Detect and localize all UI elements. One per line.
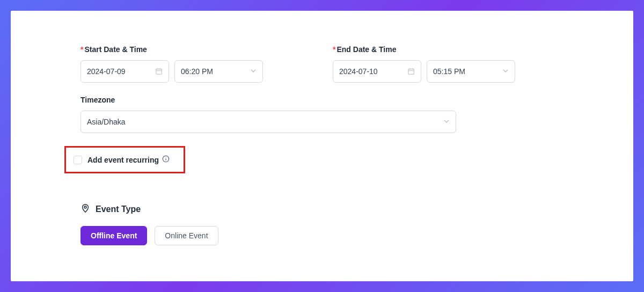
start-time-input[interactable]: 06:20 PM [174, 60, 263, 83]
timezone-value: Asia/Dhaka [87, 118, 126, 126]
event-type-buttons: Offline Event Online Event [80, 226, 564, 245]
calendar-icon [407, 68, 415, 75]
start-label-text: Start Date & Time [84, 45, 147, 54]
location-pin-icon [80, 203, 90, 215]
event-type-heading: Event Type [80, 203, 564, 215]
timezone-select[interactable]: Asia/Dhaka [80, 111, 456, 133]
end-label: *End Date & Time [333, 45, 564, 54]
start-datetime-group: *Start Date & Time 2024-07-09 06:20 PM [80, 45, 311, 83]
required-asterisk: * [80, 45, 83, 54]
offline-event-button[interactable]: Offline Event [80, 226, 147, 245]
chevron-down-icon [443, 118, 450, 126]
datetime-row: *Start Date & Time 2024-07-09 06:20 PM [80, 45, 564, 83]
recurring-highlight: Add event recurring [64, 146, 185, 173]
event-type-heading-text: Event Type [96, 205, 141, 214]
online-event-button[interactable]: Online Event [155, 226, 218, 245]
chevron-down-icon [502, 67, 509, 76]
required-asterisk: * [333, 45, 335, 54]
event-form-card: *Start Date & Time 2024-07-09 06:20 PM [11, 11, 633, 281]
start-date-input[interactable]: 2024-07-09 [80, 60, 169, 83]
calendar-icon [155, 68, 163, 75]
end-date-value: 2024-07-10 [339, 67, 378, 76]
start-label: *Start Date & Time [80, 45, 311, 54]
recurring-label: Add event recurring [87, 155, 170, 164]
end-date-input[interactable]: 2024-07-10 [333, 60, 421, 83]
timezone-label: Timezone [80, 96, 564, 104]
start-time-value: 06:20 PM [181, 67, 213, 76]
svg-point-10 [166, 157, 166, 158]
recurring-label-text: Add event recurring [87, 156, 159, 164]
chevron-down-icon [250, 67, 257, 76]
svg-point-11 [84, 206, 86, 208]
svg-rect-4 [408, 69, 414, 75]
timezone-group: Timezone Asia/Dhaka [80, 96, 564, 133]
end-label-text: End Date & Time [336, 45, 396, 54]
info-icon [162, 155, 170, 164]
start-date-value: 2024-07-09 [87, 67, 126, 76]
end-time-input[interactable]: 05:15 PM [427, 60, 515, 83]
end-datetime-group: *End Date & Time 2024-07-10 05:15 PM [333, 45, 564, 83]
recurring-checkbox[interactable] [74, 156, 82, 164]
svg-rect-0 [156, 69, 162, 75]
end-time-value: 05:15 PM [433, 67, 465, 76]
